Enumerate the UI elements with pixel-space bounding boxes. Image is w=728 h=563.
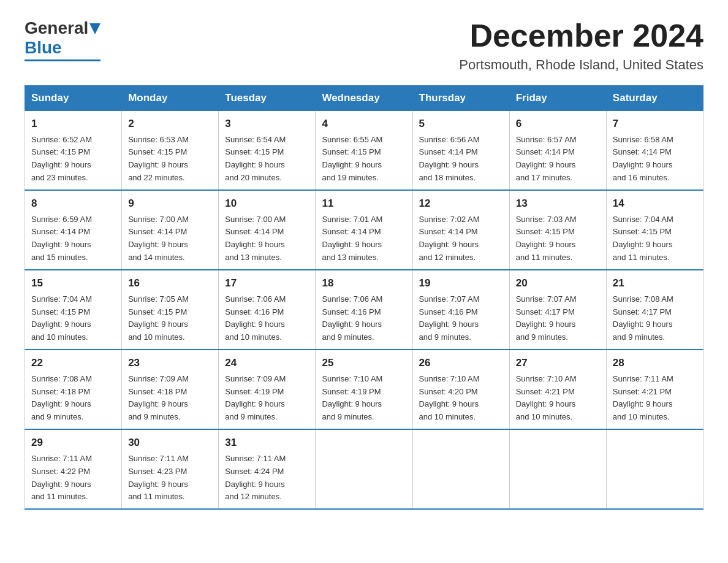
day-info: Sunrise: 7:11 AMSunset: 4:22 PMDaylight:… — [31, 454, 92, 502]
logo: General Blue — [25, 18, 100, 61]
day-info: Sunrise: 7:11 AMSunset: 4:23 PMDaylight:… — [128, 454, 189, 502]
day-info: Sunrise: 7:08 AMSunset: 4:17 PMDaylight:… — [613, 294, 673, 342]
day-info: Sunrise: 6:59 AMSunset: 4:14 PMDaylight:… — [31, 215, 92, 262]
calendar-cell: 7Sunrise: 6:58 AMSunset: 4:14 PMDaylight… — [606, 111, 703, 191]
calendar-cell: 23Sunrise: 7:09 AMSunset: 4:18 PMDayligh… — [122, 350, 219, 429]
page-header: General Blue December 2024 Portsmouth, R… — [25, 18, 703, 73]
day-number: 14 — [613, 196, 697, 212]
day-number: 25 — [322, 355, 406, 371]
day-number: 2 — [128, 116, 212, 132]
logo-triangle-icon — [89, 23, 100, 34]
calendar-cell: 15Sunrise: 7:04 AMSunset: 4:15 PMDayligh… — [25, 270, 122, 350]
day-number: 8 — [31, 196, 115, 212]
svg-marker-0 — [89, 23, 100, 34]
calendar-cell: 5Sunrise: 6:56 AMSunset: 4:14 PMDaylight… — [412, 111, 509, 191]
day-info: Sunrise: 7:07 AMSunset: 4:16 PMDaylight:… — [419, 294, 480, 342]
day-info: Sunrise: 7:10 AMSunset: 4:20 PMDaylight:… — [419, 374, 480, 422]
day-number: 5 — [419, 116, 503, 132]
calendar-cell — [509, 429, 606, 509]
logo-general-text: General — [25, 18, 88, 38]
day-number: 15 — [31, 275, 115, 291]
calendar-table: Sunday Monday Tuesday Wednesday Thursday… — [25, 85, 703, 510]
day-number: 17 — [225, 275, 309, 291]
day-number: 4 — [322, 116, 406, 132]
day-info: Sunrise: 7:04 AMSunset: 4:15 PMDaylight:… — [31, 294, 92, 342]
calendar-cell: 26Sunrise: 7:10 AMSunset: 4:20 PMDayligh… — [412, 350, 509, 429]
calendar-cell: 16Sunrise: 7:05 AMSunset: 4:15 PMDayligh… — [122, 270, 219, 350]
calendar-cell: 20Sunrise: 7:07 AMSunset: 4:17 PMDayligh… — [509, 270, 606, 350]
calendar-cell: 3Sunrise: 6:54 AMSunset: 4:15 PMDaylight… — [219, 111, 316, 191]
col-sunday: Sunday — [25, 86, 122, 111]
calendar-cell: 10Sunrise: 7:00 AMSunset: 4:14 PMDayligh… — [219, 190, 316, 270]
week-row-2: 8Sunrise: 6:59 AMSunset: 4:14 PMDaylight… — [25, 190, 703, 270]
day-number: 6 — [516, 116, 600, 132]
calendar-cell: 27Sunrise: 7:10 AMSunset: 4:21 PMDayligh… — [509, 350, 606, 429]
day-number: 28 — [613, 355, 697, 371]
day-info: Sunrise: 7:04 AMSunset: 4:15 PMDaylight:… — [613, 215, 673, 262]
day-number: 20 — [516, 275, 600, 291]
day-info: Sunrise: 7:08 AMSunset: 4:18 PMDaylight:… — [31, 374, 92, 422]
day-info: Sunrise: 7:00 AMSunset: 4:14 PMDaylight:… — [225, 215, 286, 262]
day-info: Sunrise: 7:10 AMSunset: 4:19 PMDaylight:… — [322, 374, 382, 422]
day-number: 13 — [516, 196, 600, 212]
week-row-1: 1Sunrise: 6:52 AMSunset: 4:15 PMDaylight… — [25, 111, 703, 191]
day-info: Sunrise: 6:55 AMSunset: 4:15 PMDaylight:… — [322, 135, 382, 183]
col-wednesday: Wednesday — [316, 86, 412, 111]
calendar-cell: 9Sunrise: 7:00 AMSunset: 4:14 PMDaylight… — [122, 190, 219, 270]
day-info: Sunrise: 6:57 AMSunset: 4:14 PMDaylight:… — [516, 135, 577, 183]
calendar-cell: 6Sunrise: 6:57 AMSunset: 4:14 PMDaylight… — [509, 111, 606, 191]
calendar-cell — [412, 429, 509, 509]
day-info: Sunrise: 7:06 AMSunset: 4:16 PMDaylight:… — [322, 294, 382, 342]
calendar-cell: 13Sunrise: 7:03 AMSunset: 4:15 PMDayligh… — [509, 190, 606, 270]
calendar-cell: 30Sunrise: 7:11 AMSunset: 4:23 PMDayligh… — [122, 429, 219, 509]
day-info: Sunrise: 7:11 AMSunset: 4:24 PMDaylight:… — [225, 454, 286, 502]
day-info: Sunrise: 7:02 AMSunset: 4:14 PMDaylight:… — [419, 215, 480, 262]
day-number: 12 — [419, 196, 503, 212]
calendar-cell: 18Sunrise: 7:06 AMSunset: 4:16 PMDayligh… — [316, 270, 412, 350]
day-info: Sunrise: 6:54 AMSunset: 4:15 PMDaylight:… — [225, 135, 286, 183]
week-row-4: 22Sunrise: 7:08 AMSunset: 4:18 PMDayligh… — [25, 350, 703, 429]
calendar-cell: 1Sunrise: 6:52 AMSunset: 4:15 PMDaylight… — [25, 111, 122, 191]
col-thursday: Thursday — [412, 86, 509, 111]
day-number: 11 — [322, 196, 406, 212]
day-number: 10 — [225, 196, 309, 212]
calendar-cell: 25Sunrise: 7:10 AMSunset: 4:19 PMDayligh… — [316, 350, 412, 429]
day-info: Sunrise: 6:53 AMSunset: 4:15 PMDaylight:… — [128, 135, 189, 183]
week-row-5: 29Sunrise: 7:11 AMSunset: 4:22 PMDayligh… — [25, 429, 703, 509]
calendar-cell: 31Sunrise: 7:11 AMSunset: 4:24 PMDayligh… — [219, 429, 316, 509]
day-info: Sunrise: 7:10 AMSunset: 4:21 PMDaylight:… — [516, 374, 577, 422]
calendar-cell: 8Sunrise: 6:59 AMSunset: 4:14 PMDaylight… — [25, 190, 122, 270]
day-number: 9 — [128, 196, 212, 212]
day-info: Sunrise: 7:06 AMSunset: 4:16 PMDaylight:… — [225, 294, 286, 342]
day-number: 30 — [128, 435, 212, 451]
day-number: 29 — [31, 435, 115, 451]
calendar-cell: 24Sunrise: 7:09 AMSunset: 4:19 PMDayligh… — [219, 350, 316, 429]
day-info: Sunrise: 7:11 AMSunset: 4:21 PMDaylight:… — [613, 374, 673, 422]
calendar-cell: 11Sunrise: 7:01 AMSunset: 4:14 PMDayligh… — [316, 190, 412, 270]
logo-blue-text: Blue — [25, 38, 62, 58]
calendar-header-row: Sunday Monday Tuesday Wednesday Thursday… — [25, 86, 703, 111]
day-number: 3 — [225, 116, 309, 132]
col-monday: Monday — [122, 86, 219, 111]
day-info: Sunrise: 6:52 AMSunset: 4:15 PMDaylight:… — [31, 135, 92, 183]
day-number: 22 — [31, 355, 115, 371]
week-row-3: 15Sunrise: 7:04 AMSunset: 4:15 PMDayligh… — [25, 270, 703, 350]
day-number: 23 — [128, 355, 212, 371]
day-number: 19 — [419, 275, 503, 291]
day-info: Sunrise: 7:07 AMSunset: 4:17 PMDaylight:… — [516, 294, 577, 342]
col-tuesday: Tuesday — [219, 86, 316, 111]
title-area: December 2024 Portsmouth, Rhode Island, … — [459, 18, 703, 73]
calendar-cell: 19Sunrise: 7:07 AMSunset: 4:16 PMDayligh… — [412, 270, 509, 350]
calendar-cell — [316, 429, 412, 509]
calendar-title: December 2024 — [459, 18, 703, 53]
day-number: 18 — [322, 275, 406, 291]
day-info: Sunrise: 7:05 AMSunset: 4:15 PMDaylight:… — [128, 294, 189, 342]
day-info: Sunrise: 7:03 AMSunset: 4:15 PMDaylight:… — [516, 215, 577, 262]
day-number: 21 — [613, 275, 697, 291]
day-number: 16 — [128, 275, 212, 291]
calendar-cell: 12Sunrise: 7:02 AMSunset: 4:14 PMDayligh… — [412, 190, 509, 270]
day-info: Sunrise: 7:00 AMSunset: 4:14 PMDaylight:… — [128, 215, 189, 262]
day-number: 24 — [225, 355, 309, 371]
day-number: 1 — [31, 116, 115, 132]
calendar-cell: 21Sunrise: 7:08 AMSunset: 4:17 PMDayligh… — [606, 270, 703, 350]
